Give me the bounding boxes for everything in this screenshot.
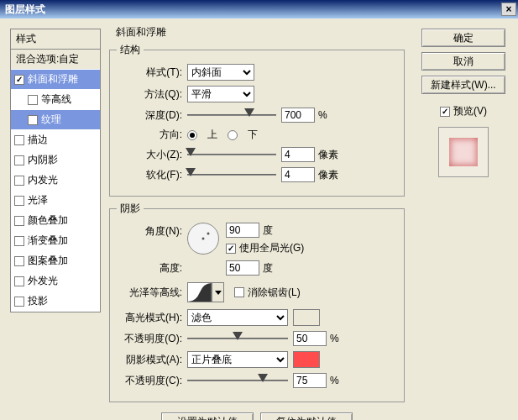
- sidebar-item-label: 等高线: [41, 92, 71, 107]
- sidebar-item-label: 投影: [28, 294, 48, 308]
- highlight-opacity-unit: %: [330, 333, 339, 344]
- sidebar-item-label: 斜面和浮雕: [28, 72, 78, 87]
- contour-dropdown-button[interactable]: [212, 282, 224, 302]
- sidebar-item-gradient-overlay[interactable]: 渐变叠加: [11, 231, 100, 251]
- checkbox-icon[interactable]: [14, 276, 24, 286]
- sidebar-item-label: 内阴影: [28, 153, 58, 167]
- sidebar-item-contour[interactable]: 等高线: [11, 90, 100, 110]
- ok-button[interactable]: 确定: [421, 29, 505, 47]
- altitude-input[interactable]: [226, 260, 259, 276]
- shadow-mode-label: 阴影模式(A):: [117, 353, 187, 367]
- titlebar: 图层样式 ×: [0, 0, 518, 18]
- checkbox-icon[interactable]: [14, 216, 24, 226]
- method-select[interactable]: 平滑: [187, 86, 254, 102]
- angle-input[interactable]: [226, 223, 259, 238]
- structure-legend: 结构: [117, 43, 144, 57]
- altitude-unit: 度: [263, 261, 273, 276]
- dialog-content: 样式 混合选项:自定 斜面和浮雕 等高线 纹理 描边 内阴影 内发光: [0, 18, 518, 420]
- angle-label: 角度(N):: [117, 223, 187, 239]
- global-light-checkbox[interactable]: [226, 244, 236, 254]
- sidebar-item-inner-glow[interactable]: 内发光: [11, 171, 100, 191]
- highlight-opacity-label: 不透明度(O):: [117, 332, 187, 346]
- close-button[interactable]: ×: [501, 3, 516, 16]
- size-label: 大小(Z):: [117, 148, 187, 162]
- preview-label: 预览(V): [453, 104, 487, 118]
- depth-input[interactable]: [281, 108, 315, 123]
- sidebar-item-label: 外发光: [28, 274, 58, 288]
- gloss-contour-label: 光泽等高线:: [117, 286, 187, 300]
- preview-swatch: [449, 138, 478, 166]
- direction-label: 方向:: [117, 128, 187, 142]
- size-unit: 像素: [318, 148, 338, 162]
- shadow-opacity-slider[interactable]: [187, 374, 288, 387]
- cancel-button[interactable]: 取消: [421, 52, 505, 71]
- make-default-button[interactable]: 设置为默认值: [161, 412, 254, 420]
- highlight-opacity-input[interactable]: [293, 331, 327, 346]
- soften-input[interactable]: [281, 167, 315, 182]
- sidebar-item-stroke[interactable]: 描边: [11, 130, 100, 150]
- reset-default-button[interactable]: 复位为默认值: [260, 412, 353, 420]
- direction-up-radio[interactable]: [187, 130, 197, 140]
- angle-unit: 度: [263, 223, 273, 238]
- direction-up-label: 上: [207, 128, 217, 142]
- highlight-color-swatch[interactable]: [293, 309, 320, 326]
- angle-dial[interactable]: [187, 223, 219, 255]
- sidebar-item-label: 图案叠加: [28, 254, 68, 268]
- sidebar-item-label: 颜色叠加: [28, 213, 68, 228]
- checkbox-icon[interactable]: [14, 236, 24, 246]
- structure-group: 结构 样式(T): 内斜面 方法(Q): 平滑 深度(D): % 方向: 上: [109, 43, 405, 197]
- shadow-opacity-input[interactable]: [293, 373, 327, 388]
- sidebar-item-pattern-overlay[interactable]: 图案叠加: [11, 251, 100, 271]
- highlight-mode-select[interactable]: 滤色: [187, 309, 288, 326]
- sidebar-blend-options[interactable]: 混合选项:自定: [11, 50, 100, 70]
- right-column: 确定 取消 新建样式(W)... 预览(V): [419, 29, 508, 177]
- soften-unit: 像素: [318, 168, 338, 182]
- checkbox-icon[interactable]: [14, 297, 24, 307]
- checkbox-icon[interactable]: [14, 196, 24, 206]
- checkbox-icon[interactable]: [14, 155, 24, 165]
- direction-down-radio[interactable]: [228, 130, 238, 140]
- sidebar-item-satin[interactable]: 光泽: [11, 191, 100, 211]
- method-label: 方法(Q):: [117, 87, 187, 102]
- shadow-color-swatch[interactable]: [293, 351, 320, 368]
- antialias-checkbox[interactable]: [234, 287, 244, 297]
- gloss-contour-picker[interactable]: [187, 282, 212, 302]
- new-style-button[interactable]: 新建样式(W)...: [421, 76, 505, 94]
- sidebar-item-label: 纹理: [41, 113, 61, 127]
- shadow-opacity-label: 不透明度(C):: [117, 374, 187, 388]
- soften-label: 软化(F):: [117, 168, 187, 182]
- altitude-label: 高度:: [117, 261, 187, 276]
- soften-slider[interactable]: [187, 168, 276, 181]
- size-input[interactable]: [281, 147, 315, 162]
- chevron-down-icon: [215, 291, 222, 295]
- panel-title: 斜面和浮雕: [116, 25, 405, 39]
- style-select[interactable]: 内斜面: [187, 64, 254, 81]
- sidebar-item-drop-shadow[interactable]: 投影: [11, 291, 100, 312]
- checkbox-icon[interactable]: [28, 95, 38, 105]
- checkbox-icon[interactable]: [28, 115, 38, 125]
- depth-slider[interactable]: [187, 108, 276, 122]
- sidebar-item-bevel[interactable]: 斜面和浮雕: [11, 70, 100, 90]
- depth-unit: %: [318, 109, 327, 121]
- checkbox-icon[interactable]: [14, 176, 24, 186]
- sidebar-item-label: 混合选项:自定: [16, 52, 79, 66]
- sidebar-item-inner-shadow[interactable]: 内阴影: [11, 150, 100, 171]
- checkbox-icon[interactable]: [14, 75, 24, 85]
- sidebar-item-color-overlay[interactable]: 颜色叠加: [11, 211, 100, 231]
- highlight-opacity-slider[interactable]: [187, 332, 288, 345]
- shadow-mode-select[interactable]: 正片叠底: [187, 351, 288, 368]
- sidebar-item-label: 渐变叠加: [28, 234, 68, 248]
- main-panel: 斜面和浮雕 结构 样式(T): 内斜面 方法(Q): 平滑 深度(D): % 方…: [109, 25, 405, 420]
- antialias-label: 消除锯齿(L): [248, 286, 301, 300]
- sidebar-item-texture[interactable]: 纹理: [11, 110, 100, 130]
- preview-checkbox[interactable]: [440, 107, 450, 117]
- window-title: 图层样式: [5, 3, 501, 17]
- sidebar-item-label: 描边: [28, 133, 48, 147]
- size-slider[interactable]: [187, 148, 276, 161]
- checkbox-icon[interactable]: [14, 135, 24, 145]
- checkbox-icon[interactable]: [14, 256, 24, 266]
- sidebar-item-outer-glow[interactable]: 外发光: [11, 271, 100, 291]
- highlight-mode-label: 高光模式(H):: [117, 311, 187, 325]
- shadow-group: 阴影 角度(N): 度 使用全局光(G) 高度:: [109, 202, 405, 402]
- sidebar-item-label: 内发光: [28, 173, 58, 187]
